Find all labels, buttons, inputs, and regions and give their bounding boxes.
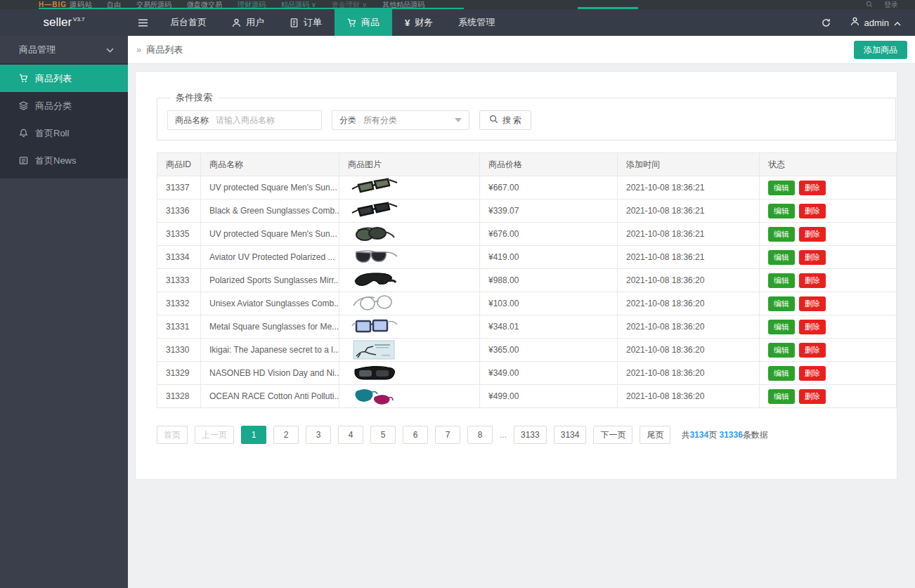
layers-icon	[19, 101, 28, 110]
delete-button[interactable]: 删除	[799, 389, 826, 404]
cell-goods-id: 31328	[157, 385, 201, 408]
yen-icon: ¥	[405, 18, 410, 27]
cell-goods-name: Ikigai: The Japanese secret to a l...	[201, 339, 339, 362]
page-number-button[interactable]: 6	[403, 426, 428, 444]
admin-user-menu[interactable]: admin	[850, 17, 901, 28]
page-next-button[interactable]: 下一页	[593, 426, 632, 444]
sidebar-item-home-news[interactable]: 首页News	[0, 147, 128, 174]
page-number-button[interactable]: 4	[338, 426, 363, 444]
doc-icon	[290, 18, 299, 27]
cell-goods-name: Black & Green Sunglasses Comb...	[201, 200, 339, 223]
goods-name-label: 商品名称	[168, 115, 216, 126]
category-select[interactable]: 所有分类	[363, 111, 469, 129]
product-thumbnail	[348, 177, 475, 198]
nav-item-label: 商品	[361, 16, 379, 29]
page-number-button[interactable]: 5	[370, 426, 396, 444]
table-row: 31330Ikigai: The Japanese secret to a l.…	[157, 339, 897, 362]
table-row: 31328OCEAN RACE Cotton Anti Polluti...¥4…	[157, 385, 897, 408]
nav-item-goods[interactable]: 商品	[335, 9, 392, 36]
cell-goods-name: NASONEB HD Vision Day and Ni...	[201, 362, 339, 385]
cart-icon	[347, 18, 356, 27]
table-header-row: 商品ID商品名称商品图片商品价格添加时间状态	[157, 153, 897, 176]
edit-button[interactable]: 编辑	[768, 204, 795, 218]
sidebar-item-goods-list[interactable]: 商品列表	[0, 65, 128, 92]
cell-status: 编辑删除	[760, 315, 897, 339]
admin-username: admin	[864, 18, 889, 28]
select-caret-icon	[455, 118, 462, 122]
sidebar-toggle-icon[interactable]	[128, 18, 157, 27]
product-thumbnail	[348, 339, 475, 360]
table-row: 31335UV protected Square Men's Sun...¥67…	[157, 223, 897, 246]
page-ellipsis: ...	[500, 430, 507, 440]
page-number-button[interactable]: 7	[435, 426, 460, 444]
delete-button[interactable]: 删除	[799, 296, 826, 311]
cell-status: 编辑删除	[760, 269, 897, 292]
sidebar-item-goods-category[interactable]: 商品分类	[0, 92, 128, 119]
pagination-summary: 共3134页 31336条数据	[681, 429, 767, 441]
delete-button[interactable]: 删除	[799, 181, 826, 195]
product-thumbnail	[348, 293, 475, 314]
refresh-button[interactable]	[822, 18, 831, 27]
edit-button[interactable]: 编辑	[768, 227, 795, 242]
table-row: 31331Metal Square Sunglasses for Me...¥3…	[157, 315, 897, 339]
product-thumbnail	[348, 200, 475, 221]
edit-button[interactable]: 编辑	[768, 389, 795, 404]
outer-site-navbar: H—BIG源码站 自由交易所源码微盘微交易理财源码精品源码 ∨资金理财 ∨其他精…	[0, 0, 915, 9]
edit-button[interactable]: 编辑	[768, 320, 795, 334]
cell-goods-id: 31337	[157, 176, 201, 200]
page-number-button[interactable]: 3	[306, 426, 331, 444]
chevron-down-icon	[106, 44, 114, 55]
bell-icon	[19, 129, 28, 138]
add-goods-button[interactable]: 添加商品	[854, 41, 907, 59]
nav-item-orders[interactable]: 订单	[277, 9, 335, 36]
cell-goods-image	[339, 385, 480, 408]
page-number-button[interactable]: 3133	[514, 426, 547, 444]
delete-button[interactable]: 删除	[799, 204, 826, 218]
delete-button[interactable]: 删除	[799, 250, 826, 265]
outer-search-icon[interactable]	[866, 1, 873, 9]
delete-button[interactable]: 删除	[799, 227, 826, 242]
edit-button[interactable]: 编辑	[768, 296, 795, 311]
sidebar-section-label: 商品管理	[19, 44, 56, 56]
page-first-button: 首页	[157, 426, 188, 444]
edit-button[interactable]: 编辑	[768, 343, 795, 358]
table-row: 31333Polarized Sports Sunglasses Mirr...…	[157, 269, 897, 292]
search-legend: 条件搜索	[170, 91, 218, 104]
nav-item-finance[interactable]: ¥财务	[392, 9, 446, 36]
nav-item-label: 财务	[415, 16, 433, 29]
delete-button[interactable]: 删除	[799, 273, 826, 288]
cell-goods-price: ¥676.00	[480, 223, 618, 246]
outer-login-link[interactable]: 登录	[884, 0, 898, 9]
edit-button[interactable]: 编辑	[768, 273, 795, 288]
edit-button[interactable]: 编辑	[768, 181, 795, 195]
page-number-button[interactable]: 8	[467, 426, 493, 444]
delete-button[interactable]: 删除	[799, 343, 826, 358]
sidebar-item-home-roll[interactable]: 首页Roll	[0, 119, 128, 147]
table-row: 31334Aviator UV Protected Polarized ...¥…	[157, 246, 897, 269]
page-number-button[interactable]: 3134	[554, 426, 587, 444]
delete-button[interactable]: 删除	[799, 320, 826, 334]
nav-item-dashboard[interactable]: 后台首页	[157, 9, 219, 36]
column-header: 添加时间	[618, 153, 760, 176]
nav-item-users[interactable]: 用户	[219, 9, 277, 36]
cell-added-time: 2021-10-08 18:36:20	[618, 339, 760, 362]
search-button[interactable]: 搜 索	[479, 110, 531, 130]
brand-logo: sellerV3.7	[0, 15, 128, 30]
column-header: 状态	[760, 153, 897, 176]
cell-goods-price: ¥349.00	[480, 362, 618, 385]
page-number-button[interactable]: 1	[241, 426, 266, 444]
edit-button[interactable]: 编辑	[768, 366, 795, 381]
nav-item-system[interactable]: 系统管理	[446, 9, 507, 36]
goods-list-panel: 条件搜索 商品名称 分类 所有分类 搜 索	[135, 71, 897, 480]
table-row: 31337UV protected Square Men's Sun...¥66…	[157, 176, 897, 200]
goods-name-input[interactable]	[216, 112, 321, 129]
page-number-button[interactable]: 2	[273, 426, 299, 444]
sidebar-section-goods-management[interactable]: 商品管理	[0, 36, 128, 63]
cart-icon	[19, 74, 28, 83]
goods-name-group: 商品名称	[167, 110, 322, 130]
nav-item-label: 用户	[246, 16, 264, 29]
page-last-button[interactable]: 尾页	[640, 426, 670, 444]
edit-button[interactable]: 编辑	[768, 250, 795, 265]
delete-button[interactable]: 删除	[799, 366, 826, 381]
cell-goods-id: 31334	[157, 246, 201, 269]
